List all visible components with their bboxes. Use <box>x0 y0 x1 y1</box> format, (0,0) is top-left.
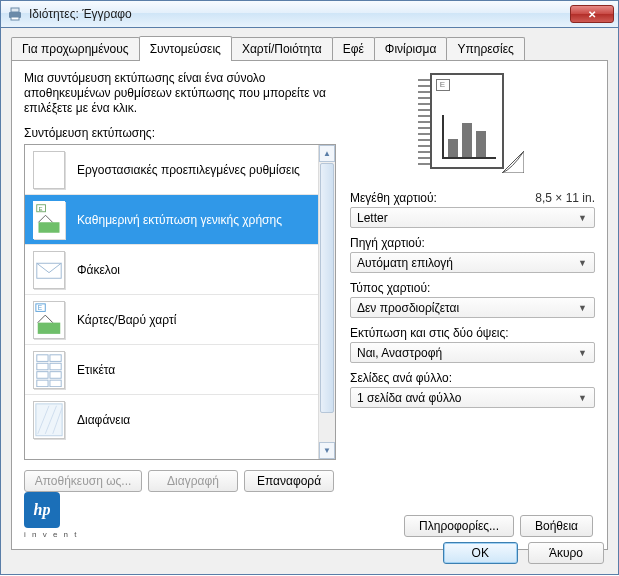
tab-label: Υπηρεσίες <box>457 42 513 56</box>
list-item-label: Καθημερινή εκτύπωση γενικής χρήσης <box>77 213 282 227</box>
paper-type-row: Τύπος χαρτιού: Δεν προσδιορίζεται▼ <box>350 281 595 318</box>
scroll-thumb[interactable] <box>320 163 334 413</box>
svg-rect-10 <box>37 355 48 362</box>
pages-per-sheet-combo[interactable]: 1 σελίδα ανά φύλλο▼ <box>350 387 595 408</box>
shortcut-listbox: Εργοστασιακές προεπιλεγμένες ρυθμίσεις E… <box>24 144 336 460</box>
tab-label: Φινίρισμα <box>385 42 437 56</box>
list-item[interactable]: Εργοστασιακές προεπιλεγμένες ρυθμίσεις <box>25 145 318 195</box>
logo-text: hp <box>34 501 51 519</box>
chevron-down-icon: ▼ <box>575 258 590 268</box>
transparency-icon <box>33 401 65 439</box>
button-label: Επαναφορά <box>257 474 321 488</box>
tab-label: Για προχωρημένους <box>22 42 129 56</box>
list-item[interactable]: Φάκελοι <box>25 245 318 295</box>
save-as-button[interactable]: Αποθήκευση ως... <box>24 470 142 492</box>
page-blank-icon <box>33 151 65 189</box>
list-item[interactable]: Διαφάνεια <box>25 395 318 445</box>
close-icon: ✕ <box>588 9 596 20</box>
shortcut-description: Μια συντόμευση εκτύπωσης είναι ένα σύνολ… <box>24 71 336 116</box>
button-label: Διαγραφή <box>167 474 219 488</box>
reset-button[interactable]: Επαναφορά <box>244 470 334 492</box>
paper-source-row: Πηγή χαρτιού: Αυτόματη επιλογή▼ <box>350 236 595 273</box>
svg-rect-11 <box>50 355 61 362</box>
scroll-down-button[interactable]: ▼ <box>319 442 335 459</box>
pages-per-sheet-label: Σελίδες ανά φύλλο: <box>350 371 452 385</box>
svg-rect-14 <box>37 371 48 378</box>
svg-text:E: E <box>39 205 43 212</box>
duplex-row: Εκτύπωση και στις δύο όψεις: Ναι, Αναστρ… <box>350 326 595 363</box>
close-button[interactable]: ✕ <box>570 5 614 23</box>
svg-text:E: E <box>38 304 43 311</box>
tab-advanced[interactable]: Για προχωρημένους <box>11 37 140 62</box>
page-general-icon: E <box>33 201 65 239</box>
page-preview: E <box>418 73 528 173</box>
svg-rect-17 <box>50 380 61 387</box>
combo-value: 1 σελίδα ανά φύλλο <box>357 391 461 405</box>
printer-icon <box>7 6 23 22</box>
left-column: Μια συντόμευση εκτύπωσης είναι ένα σύνολ… <box>24 71 336 539</box>
chevron-down-icon: ▼ <box>575 393 590 403</box>
window-title: Ιδιότητες: Έγγραφο <box>29 7 132 21</box>
button-label: Πληροφορίες... <box>419 519 499 533</box>
tab-paper-quality[interactable]: Χαρτί/Ποιότητα <box>231 37 333 62</box>
ok-button[interactable]: OK <box>443 542 518 564</box>
help-button[interactable]: Βοήθεια <box>520 515 593 537</box>
right-column: E Μεγέθη χαρτιού:8,5 × 11 in. Letter▼ Πη… <box>350 71 595 539</box>
tab-panel: Μια συντόμευση εκτύπωσης είναι ένα σύνολ… <box>11 60 608 550</box>
paper-source-combo[interactable]: Αυτόματη επιλογή▼ <box>350 252 595 273</box>
title-prefix: Ιδιότητες: <box>29 7 79 21</box>
title-suffix: Έγγραφο <box>82 7 132 21</box>
paper-size-hint: 8,5 × 11 in. <box>535 191 595 205</box>
logo-subtext: i n v e n t <box>24 530 78 539</box>
combo-value: Letter <box>357 211 388 225</box>
tab-services[interactable]: Υπηρεσίες <box>446 37 524 62</box>
svg-rect-5 <box>39 222 60 233</box>
chevron-down-icon: ▼ <box>575 303 590 313</box>
tab-strip: Για προχωρημένους Συντομεύσεις Χαρτί/Ποι… <box>11 36 608 61</box>
chevron-down-icon: ▼ <box>575 213 590 223</box>
list-scrollbar[interactable]: ▲ ▼ <box>318 145 335 459</box>
list-item[interactable]: E Καθημερινή εκτύπωση γενικής χρήσης <box>25 195 318 245</box>
paper-size-combo[interactable]: Letter▼ <box>350 207 595 228</box>
button-label: Αποθήκευση ως... <box>35 474 132 488</box>
list-item-label: Ετικέτα <box>77 363 115 377</box>
button-label: Βοήθεια <box>535 519 578 533</box>
list-item-label: Εργοστασιακές προεπιλεγμένες ρυθμίσεις <box>77 163 300 177</box>
button-label: OK <box>472 546 489 560</box>
paper-size-row: Μεγέθη χαρτιού:8,5 × 11 in. Letter▼ <box>350 191 595 228</box>
labels-icon <box>33 351 65 389</box>
preview-page-icon: E <box>430 73 504 169</box>
combo-value: Αυτόματη επιλογή <box>357 256 453 270</box>
list-item[interactable]: E Κάρτες/Βαρύ χαρτί <box>25 295 318 345</box>
window-body: Για προχωρημένους Συντομεύσεις Χαρτί/Ποι… <box>0 28 619 575</box>
page-curl-icon <box>502 151 524 173</box>
svg-rect-13 <box>50 363 61 370</box>
svg-rect-12 <box>37 363 48 370</box>
combo-value: Ναι, Αναστροφή <box>357 346 442 360</box>
card-icon: E <box>33 301 65 339</box>
button-label: Άκυρο <box>549 546 583 560</box>
svg-rect-1 <box>11 8 19 12</box>
shortcut-list-label: Συντόμευση εκτύπωσης: <box>24 126 336 140</box>
combo-value: Δεν προσδιορίζεται <box>357 301 459 315</box>
envelope-icon <box>33 251 65 289</box>
tab-shortcuts[interactable]: Συντομεύσεις <box>139 36 232 61</box>
scroll-up-button[interactable]: ▲ <box>319 145 335 162</box>
delete-button[interactable]: Διαγραφή <box>148 470 238 492</box>
duplex-combo[interactable]: Ναι, Αναστροφή▼ <box>350 342 595 363</box>
list-item-label: Φάκελοι <box>77 263 120 277</box>
tab-label: Χαρτί/Ποιότητα <box>242 42 322 56</box>
hp-logo: hp i n v e n t <box>24 492 78 539</box>
tab-effects[interactable]: Εφέ <box>332 37 375 62</box>
svg-rect-2 <box>11 17 19 20</box>
spiral-binding-icon <box>418 79 430 167</box>
about-button[interactable]: Πληροφορίες... <box>404 515 514 537</box>
svg-rect-16 <box>37 380 48 387</box>
tab-finishing[interactable]: Φινίρισμα <box>374 37 448 62</box>
title-bar: Ιδιότητες: Έγγραφο ✕ <box>0 0 619 28</box>
list-item[interactable]: Ετικέτα <box>25 345 318 395</box>
paper-type-combo[interactable]: Δεν προσδιορίζεται▼ <box>350 297 595 318</box>
paper-source-label: Πηγή χαρτιού: <box>350 236 425 250</box>
svg-rect-9 <box>38 322 61 333</box>
cancel-button[interactable]: Άκυρο <box>528 542 604 564</box>
